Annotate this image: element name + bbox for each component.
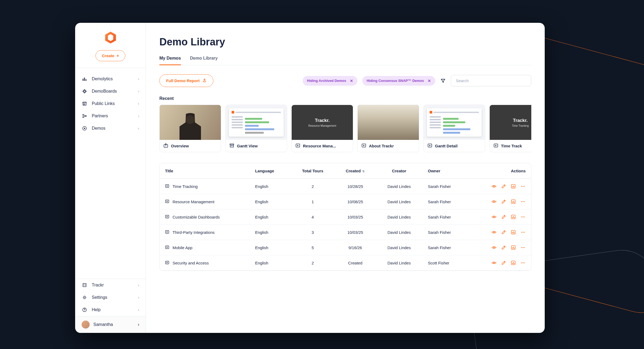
col-title[interactable]: Title <box>160 163 250 179</box>
thumb-title: Trackr. <box>513 118 528 123</box>
title-cell[interactable]: Mobile App <box>165 245 244 250</box>
row-owner: Sarah Fisher <box>423 225 469 240</box>
sidebar-item-settings[interactable]: Settings › <box>75 291 146 304</box>
analytics-action[interactable] <box>511 184 516 189</box>
col-language[interactable]: Language <box>250 163 291 179</box>
chevron-right-icon: › <box>138 295 139 300</box>
svg-rect-53 <box>513 231 514 233</box>
view-action[interactable] <box>491 199 497 204</box>
col-created[interactable]: Created⇅ <box>335 163 376 179</box>
svg-point-5 <box>85 115 86 117</box>
row-tours: 5 <box>291 240 335 255</box>
title-cell[interactable]: Resource Management <box>165 199 244 204</box>
view-action[interactable] <box>491 214 497 220</box>
title-cell[interactable]: Security and Access <box>165 260 244 266</box>
row-language: English <box>250 255 291 271</box>
svg-point-56 <box>522 232 523 232</box>
edit-action[interactable] <box>501 245 506 250</box>
edit-action[interactable] <box>501 184 506 189</box>
sidebar-user[interactable]: Samantha › <box>75 316 146 333</box>
row-title: Security and Access <box>173 261 209 265</box>
edit-action[interactable] <box>501 214 506 220</box>
recent-card[interactable]: Trackr. Time Tracking Time Track <box>489 105 531 152</box>
more-action[interactable] <box>520 260 526 266</box>
svg-point-23 <box>493 186 495 187</box>
sort-icon: ⇅ <box>362 170 365 173</box>
play-icon <box>493 143 498 149</box>
analytics-action[interactable] <box>511 230 516 235</box>
svg-point-32 <box>493 201 495 202</box>
title-cell[interactable]: Customizable Dashboards <box>165 215 244 220</box>
row-creator: David Lindes <box>376 255 422 271</box>
recent-card[interactable]: Gantt View <box>225 105 287 152</box>
edit-action[interactable] <box>501 230 506 235</box>
chevron-right-icon: › <box>138 114 139 118</box>
filter-chip-archived[interactable]: Hiding Archived Demos ✕ <box>303 76 357 86</box>
sidebar-item-label: Partners <box>92 114 138 118</box>
edit-action[interactable] <box>501 199 506 204</box>
sidebar-item-trackr[interactable]: Trackr › <box>75 279 146 291</box>
table-row: Time TrackingEnglish210/28/25David Linde… <box>160 179 531 194</box>
more-action[interactable] <box>520 184 526 189</box>
tabs: My Demos Demo Library <box>159 56 531 65</box>
filter-button[interactable] <box>440 78 446 84</box>
svg-point-55 <box>521 232 522 232</box>
row-created: 10/03/25 <box>335 209 376 225</box>
svg-point-14 <box>84 311 85 311</box>
sidebar-item-help[interactable]: Help › <box>75 304 146 316</box>
analytics-action[interactable] <box>511 245 516 250</box>
create-button[interactable]: Create + <box>96 50 125 61</box>
more-action[interactable] <box>520 199 526 204</box>
close-icon[interactable]: ✕ <box>350 79 353 83</box>
sidebar-item-public-links[interactable]: Public Links › <box>75 97 146 110</box>
analytics-action[interactable] <box>511 260 516 266</box>
tab-my-demos[interactable]: My Demos <box>159 56 181 65</box>
svg-point-12 <box>84 297 85 298</box>
view-action[interactable] <box>491 184 497 189</box>
table-row: Resource ManagementEnglish110/08/25David… <box>160 194 531 209</box>
svg-point-28 <box>521 186 522 187</box>
svg-point-75 <box>524 262 525 263</box>
search-input[interactable] <box>451 75 531 86</box>
row-title: Third-Party Integrations <box>173 230 215 235</box>
recent-card[interactable]: Overview <box>159 105 221 152</box>
bars-icon <box>82 76 87 82</box>
col-creator[interactable]: Creator <box>376 163 422 179</box>
svg-rect-72 <box>514 263 515 264</box>
play-icon <box>165 245 169 250</box>
plus-icon: + <box>116 54 119 58</box>
full-demo-report-button[interactable]: Full Demo Report <box>159 74 213 87</box>
thumbnail <box>226 105 287 140</box>
row-language: English <box>250 194 291 209</box>
recent-card[interactable]: About Trackr <box>357 105 419 152</box>
view-action[interactable] <box>491 230 497 235</box>
sidebar-item-demoboards[interactable]: DemoBoards › <box>75 85 146 97</box>
analytics-action[interactable] <box>511 199 516 204</box>
sidebar-item-partners[interactable]: Partners › <box>75 110 146 122</box>
analytics-action[interactable] <box>511 214 516 220</box>
close-icon[interactable]: ✕ <box>428 79 431 83</box>
row-title: Customizable Dashboards <box>173 215 220 219</box>
sidebar-item-demos[interactable]: Demos › <box>75 122 146 134</box>
sidebar-item-demolytics[interactable]: Demolytics › <box>75 73 146 85</box>
more-action[interactable] <box>520 245 526 250</box>
view-action[interactable] <box>491 260 497 266</box>
avatar <box>82 321 90 329</box>
more-action[interactable] <box>520 230 526 235</box>
recent-card[interactable]: Trackr. Resource Management Resource Man… <box>291 105 353 152</box>
filter-chip-snap[interactable]: Hiding Consensus SNAP™ Demos ✕ <box>362 76 435 86</box>
recent-label: Recent <box>159 96 531 101</box>
title-cell[interactable]: Time Tracking <box>165 184 244 189</box>
chevron-right-icon: › <box>138 322 139 327</box>
view-action[interactable] <box>491 245 497 250</box>
row-tours: 3 <box>291 225 335 240</box>
svg-rect-9 <box>85 284 86 285</box>
col-owner[interactable]: Owner <box>423 163 469 179</box>
col-tours[interactable]: Total Tours <box>291 163 335 179</box>
recent-card[interactable]: Gantt Detail <box>423 105 485 152</box>
edit-action[interactable] <box>501 260 506 266</box>
title-cell[interactable]: Third-Party Integrations <box>165 230 244 235</box>
sidebar-item-label: Help <box>92 307 138 312</box>
more-action[interactable] <box>520 214 526 220</box>
tab-demo-library[interactable]: Demo Library <box>190 56 218 65</box>
